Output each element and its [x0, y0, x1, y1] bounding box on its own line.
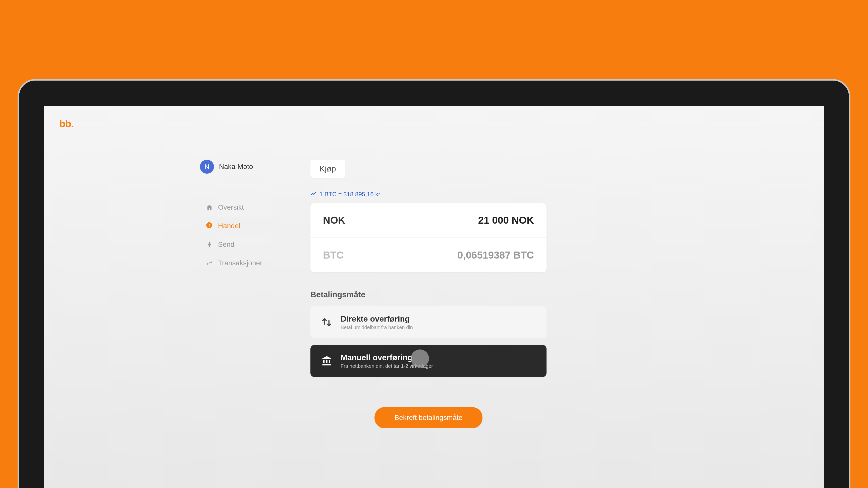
nav-label: Handel	[218, 222, 240, 230]
tab-kjop[interactable]: Kjøp	[310, 160, 345, 178]
user-name: Naka Moto	[219, 163, 253, 171]
nav-label: Transaksjoner	[218, 259, 262, 267]
bitcoin-icon	[206, 222, 213, 229]
from-currency-label: NOK	[323, 215, 345, 226]
nav-item-transaksjoner[interactable]: Transaksjoner	[200, 255, 280, 271]
user-profile[interactable]: N Naka Moto	[200, 160, 280, 174]
chart-icon	[310, 191, 316, 198]
lightning-icon	[206, 241, 213, 248]
nav-item-oversikt[interactable]: Oversikt	[200, 199, 280, 216]
exchange-rate: 1 BTC = 318 895,16 kr	[310, 191, 547, 198]
content-wrapper: N Naka Moto Oversikt Han	[200, 160, 809, 428]
to-currency-value: 0,06519387 BTC	[457, 250, 534, 261]
avatar: N	[200, 160, 214, 174]
confirm-button[interactable]: Bekreft betalingsmåte	[374, 407, 483, 428]
nav-item-send[interactable]: Send	[200, 236, 280, 253]
payment-text: Direkte overføring Betal umiddelbart fra…	[341, 314, 413, 330]
nav: Oversikt Handel Send	[200, 199, 280, 271]
transfer-icon	[206, 260, 213, 267]
swap-icon	[321, 317, 332, 328]
conversion-card: NOK 21 000 NOK BTC 0,06519387 BTC	[310, 203, 547, 272]
rate-text: 1 BTC = 318 895,16 kr	[319, 191, 380, 198]
main-content: Kjøp 1 BTC = 318 895,16 kr NOK 21 000 NO…	[310, 160, 547, 428]
to-currency-row[interactable]: BTC 0,06519387 BTC	[310, 238, 547, 272]
from-currency-row[interactable]: NOK 21 000 NOK	[310, 203, 547, 238]
sidebar: N Naka Moto Oversikt Han	[200, 160, 280, 428]
payment-section-title: Betalingsmåte	[310, 290, 547, 299]
home-icon	[206, 204, 213, 211]
cursor-indicator	[411, 350, 429, 367]
laptop-frame: bb. N Naka Moto Oversikt	[18, 79, 850, 488]
from-currency-value: 21 000 NOK	[478, 215, 534, 226]
payment-option-manual[interactable]: Manuell overføring Fra nettbanken din, d…	[310, 345, 547, 377]
nav-label: Oversikt	[218, 203, 244, 212]
bank-icon	[321, 356, 332, 366]
payment-title: Direkte overføring	[341, 314, 413, 324]
nav-item-handel[interactable]: Handel	[200, 217, 280, 234]
payment-option-direct[interactable]: Direkte overføring Betal umiddelbart fra…	[310, 306, 547, 338]
payment-subtitle: Betal umiddelbart fra banken din	[341, 325, 413, 330]
app-screen: bb. N Naka Moto Oversikt	[44, 106, 824, 488]
nav-label: Send	[218, 240, 234, 249]
logo: bb.	[59, 118, 809, 130]
to-currency-label: BTC	[323, 250, 344, 261]
